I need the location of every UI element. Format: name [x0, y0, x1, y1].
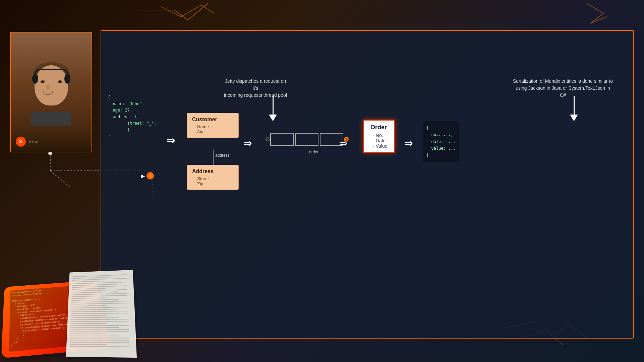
paper-line	[70, 336, 119, 336]
customer-attr-name: Name	[192, 124, 233, 129]
paper-line	[71, 305, 107, 306]
step-number: 1	[147, 172, 154, 179]
customer-address-connector	[213, 150, 214, 166]
pipeline-box-2	[295, 133, 318, 146]
paper-line	[72, 291, 118, 293]
address-label: address	[215, 153, 230, 158]
desc-left: Jetty dispatches a request on it's incom…	[222, 78, 289, 99]
paper-line	[71, 315, 107, 316]
paper-line	[71, 309, 119, 310]
arrow-down-serial	[570, 96, 578, 121]
address-attr-street: Street	[192, 176, 233, 181]
order-label: order	[309, 150, 318, 154]
arrow-down-jetty	[269, 96, 277, 121]
paper-line	[71, 307, 128, 308]
paper-line	[70, 329, 129, 330]
order-title: Order	[370, 124, 388, 131]
arrow-pipeline-to-order: ⇒	[339, 138, 347, 149]
paper-line	[70, 342, 129, 343]
svg-line-1	[50, 171, 70, 188]
paper-line	[71, 323, 107, 324]
paper-line	[70, 338, 129, 338]
paper-document	[66, 270, 137, 358]
arrow-order-to-json: ⇒	[405, 138, 412, 149]
paper-line	[71, 317, 119, 318]
shirt-text: RYAN	[29, 140, 39, 143]
paper-line	[71, 299, 118, 301]
play-badge[interactable]: ▶ 1	[141, 172, 154, 179]
customer-attr-age: Age	[192, 129, 233, 134]
order-attr-date: Date	[370, 138, 388, 143]
close-button[interactable]: ✕	[16, 137, 26, 147]
paper-line	[70, 331, 129, 332]
arrow-entities-to-pipeline: ⇒	[244, 138, 251, 149]
paper-line	[71, 313, 128, 314]
order-attr-no: No.	[370, 133, 388, 138]
paper-line	[71, 301, 128, 303]
customer-entity-box: Customer Name Age	[187, 113, 239, 138]
paper-line	[70, 327, 119, 328]
paper-line	[72, 274, 127, 277]
paper-line	[70, 346, 129, 347]
webcam-panel: RYAN ✕	[10, 32, 92, 152]
paper-line	[71, 303, 128, 304]
paper-line	[72, 285, 127, 288]
paper-line	[71, 321, 128, 322]
paper-line	[72, 293, 127, 295]
paper-line	[70, 344, 107, 345]
paper-line	[72, 281, 106, 282]
paper-line	[71, 311, 128, 312]
paper-content	[66, 270, 136, 353]
paper-line	[71, 319, 128, 320]
paper-line	[72, 295, 128, 297]
address-entity-box: Address Street Zip	[187, 165, 239, 190]
paper-line	[70, 340, 129, 341]
arrow-json-to-customer: ⇒	[167, 135, 175, 146]
pipeline-dot-start	[266, 137, 270, 141]
close-icon: ✕	[19, 139, 23, 144]
paper-line	[70, 334, 107, 334]
customer-title: Customer	[192, 117, 233, 123]
main-panel: Jetty dispatches a request on it's incom…	[101, 30, 634, 339]
order-attr-value: Value	[370, 143, 388, 149]
play-icon: ▶	[141, 173, 145, 179]
paper-line	[70, 325, 128, 326]
webcam-feed	[11, 32, 92, 152]
paper-line	[72, 289, 127, 292]
desc-right: Serialization of Mendix entities is done…	[513, 78, 613, 99]
json-code-right: { no.: ..., date: ..., value: ... }	[423, 121, 459, 162]
address-title: Address	[192, 168, 233, 174]
pipeline-container	[266, 133, 349, 146]
paper-line	[72, 297, 107, 299]
paper-line	[72, 288, 107, 290]
address-attr-zip: Zip	[192, 181, 233, 186]
pipeline-box-1	[270, 133, 294, 146]
order-entity-box: Order No. Date Value	[363, 120, 395, 153]
json-code-left: { name: "John", age: 27, address: { stre…	[108, 94, 157, 139]
